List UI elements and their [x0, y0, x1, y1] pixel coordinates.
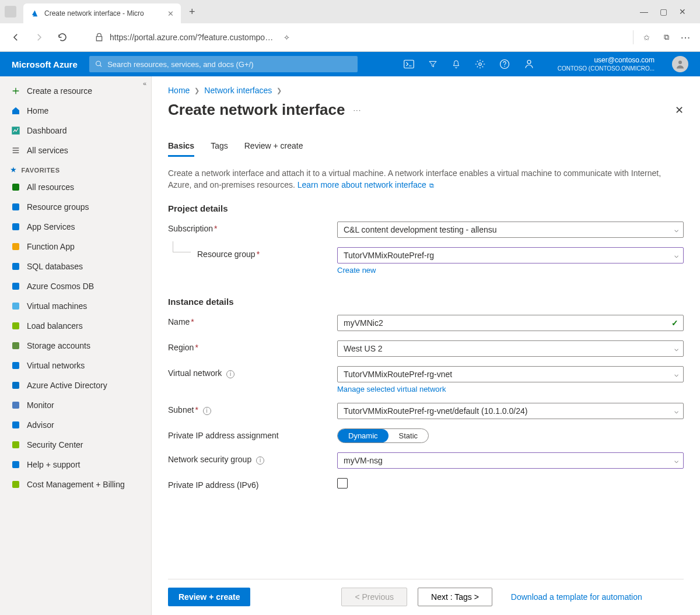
breadcrumb-home[interactable]: Home [168, 86, 190, 95]
sidebar-item-home[interactable]: Home [0, 101, 151, 121]
tab-tags[interactable]: Tags [211, 141, 228, 157]
sidebar-item-function-app[interactable]: Function App [0, 237, 151, 256]
svg-rect-19 [12, 402, 19, 409]
sidebar-item-help-support[interactable]: Help + support [0, 455, 151, 475]
cloud-shell-icon[interactable] [404, 59, 414, 69]
learn-more-link[interactable]: Learn more about network interface ⧉ [298, 180, 434, 189]
vnet-select[interactable]: TutorVMMixRoutePref-rg-vnet⌵ [337, 366, 684, 382]
window-panel-icon[interactable] [5, 6, 16, 17]
close-window-icon[interactable]: ✕ [679, 7, 686, 16]
new-tab-button[interactable]: + [183, 3, 201, 20]
svg-point-5 [527, 60, 531, 64]
search-icon [95, 60, 103, 68]
manage-vnet-link[interactable]: Manage selected virtual network [337, 385, 446, 393]
svg-point-0 [96, 61, 100, 66]
help-icon[interactable] [499, 59, 510, 69]
tab-close-icon[interactable]: ✕ [167, 9, 174, 18]
filter-icon[interactable] [428, 59, 438, 69]
sidebar-item-sql-databases[interactable]: SQL databases [0, 256, 151, 276]
sidebar-item-app-services[interactable]: App Services [0, 217, 151, 237]
create-new-rg-link[interactable]: Create new [337, 266, 376, 275]
svg-rect-22 [12, 461, 19, 468]
home-icon [10, 106, 21, 116]
page-more-icon[interactable]: ··· [353, 106, 361, 114]
close-blade-icon[interactable]: ✕ [675, 104, 684, 117]
sidebar-item-dashboard[interactable]: Dashboard [0, 121, 151, 140]
service-icon [10, 281, 21, 291]
breadcrumb: Home ❯ Network interfaces ❯ [168, 86, 684, 95]
svg-rect-9 [12, 203, 19, 210]
back-button[interactable] [7, 29, 24, 46]
account-info[interactable]: user@contoso.com CONTOSO (CONTOSO.ONMICR… [558, 56, 654, 73]
download-template-link[interactable]: Download a template for automation [511, 592, 642, 602]
svg-rect-16 [12, 342, 19, 349]
avatar[interactable] [672, 56, 688, 72]
maximize-icon[interactable]: ▢ [660, 7, 667, 16]
next-button[interactable]: Next : Tags > [418, 588, 492, 606]
resource-group-select[interactable]: TutorVMMixRoutePref-rg⌵ [337, 247, 684, 263]
sidebar-item-cost-management-billing[interactable]: Cost Management + Billing [0, 475, 151, 494]
collections-icon[interactable]: ⧉ [659, 33, 673, 42]
service-icon [10, 360, 21, 371]
info-icon[interactable]: i [203, 407, 211, 415]
sidebar-item-load-balancers[interactable]: Load balancers [0, 316, 151, 336]
region-select[interactable]: West US 2⌵ [337, 340, 684, 357]
ipv6-label: Private IP address (IPv6) [168, 478, 337, 490]
nsg-label: Network security group i [168, 452, 337, 465]
browser-menu-icon[interactable]: ··· [679, 33, 693, 42]
pip-assignment-label: Private IP address assignment [168, 428, 337, 440]
sidebar-item-azure-cosmos-db[interactable]: Azure Cosmos DB [0, 276, 151, 296]
tab-review-create[interactable]: Review + create [244, 141, 303, 157]
reading-mode-icon[interactable]: ✧ [279, 33, 293, 42]
service-icon [10, 301, 21, 311]
pip-dynamic-option[interactable]: Dynamic [338, 429, 388, 442]
review-create-button[interactable]: Review + create [168, 588, 250, 606]
service-icon [10, 440, 21, 450]
sidebar-item-storage-accounts[interactable]: Storage accounts [0, 336, 151, 356]
azure-brand[interactable]: Microsoft Azure [12, 59, 78, 69]
tab-basics[interactable]: Basics [168, 141, 194, 157]
lock-icon[interactable] [94, 33, 104, 42]
sidebar-item-azure-active-directory[interactable]: Azure Active Directory [0, 375, 151, 395]
svg-rect-8 [12, 184, 19, 191]
sidebar-item-all-services[interactable]: All services [0, 140, 151, 160]
refresh-button[interactable] [54, 29, 71, 46]
svg-rect-23 [12, 481, 19, 488]
sidebar-item-create-resource[interactable]: Create a resource [0, 81, 151, 101]
ipv6-checkbox[interactable] [337, 478, 348, 489]
svg-rect-18 [12, 382, 19, 389]
feedback-icon[interactable] [524, 59, 534, 69]
sidebar-item-resource-groups[interactable]: Resource groups [0, 197, 151, 217]
sidebar-item-monitor[interactable]: Monitor [0, 395, 151, 415]
settings-icon[interactable] [475, 59, 485, 69]
global-search[interactable] [89, 56, 358, 72]
notifications-icon[interactable] [452, 59, 461, 69]
subscription-select[interactable]: C&L content development testing - allens… [337, 222, 684, 238]
browser-tab[interactable]: Create network interface - Micro ✕ [23, 3, 181, 23]
sidebar-collapse-icon[interactable]: « [143, 80, 146, 87]
svg-rect-21 [12, 441, 19, 448]
sidebar-item-virtual-machines[interactable]: Virtual machines [0, 296, 151, 316]
minimize-icon[interactable]: — [640, 7, 648, 16]
subnet-select[interactable]: TutorVMMixRoutePref-rg-vnet/default (10.… [337, 403, 684, 419]
sidebar-item-virtual-networks[interactable]: Virtual networks [0, 356, 151, 375]
search-input[interactable] [107, 60, 352, 69]
chevron-icon: ❯ [194, 87, 200, 94]
breadcrumb-network-interfaces[interactable]: Network interfaces [204, 86, 272, 95]
pip-static-option[interactable]: Static [388, 429, 429, 442]
nsg-select[interactable]: myVM-nsg⌵ [337, 452, 684, 469]
vnet-label: Virtual network i [168, 366, 337, 378]
info-icon[interactable]: i [256, 456, 264, 465]
sidebar-item-all-resources[interactable]: All resources [0, 177, 151, 197]
address-url[interactable]: https://portal.azure.com/?feature.custom… [110, 33, 274, 42]
project-details-header: Project details [168, 203, 684, 213]
region-label: Region* [168, 340, 337, 352]
svg-rect-20 [12, 421, 19, 428]
service-icon [10, 182, 21, 192]
sidebar-item-advisor[interactable]: Advisor [0, 415, 151, 435]
info-icon[interactable]: i [226, 370, 235, 378]
favorite-icon[interactable]: ✩ [639, 33, 653, 42]
service-icon [10, 222, 21, 232]
name-input[interactable]: myVMNic2✓ [337, 315, 684, 331]
sidebar-item-security-center[interactable]: Security Center [0, 435, 151, 455]
